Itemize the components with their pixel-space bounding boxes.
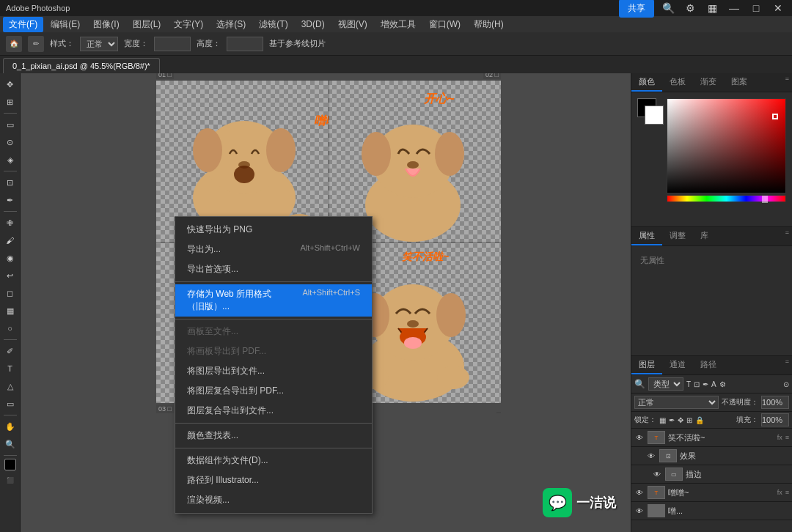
- filter-icon-3[interactable]: ✒: [703, 380, 708, 388]
- background-swatch[interactable]: [645, 106, 664, 125]
- filter-icon-5[interactable]: ⚙: [719, 380, 726, 388]
- color-panel-expand[interactable]: =: [782, 73, 792, 92]
- tab-gradients[interactable]: 渐变: [693, 73, 724, 92]
- layer-eye-icon[interactable]: 👁: [646, 451, 656, 461]
- history-brush-tool[interactable]: ↩: [2, 267, 18, 284]
- pen-icon[interactable]: ✏: [28, 36, 44, 52]
- heal-tool[interactable]: ✙: [2, 215, 18, 231]
- tab-patterns[interactable]: 图案: [724, 73, 755, 92]
- ctx-artboard-file[interactable]: 画板至文件...: [175, 322, 372, 341]
- ctx-layers-file[interactable]: 将图层导出到文件...: [175, 361, 372, 381]
- menu-text[interactable]: 文字(Y): [168, 17, 209, 32]
- filter-icon-1[interactable]: T: [686, 380, 691, 388]
- menu-3d[interactable]: 3D(D): [296, 18, 331, 31]
- style-select[interactable]: 正常: [80, 37, 118, 51]
- layer-eye-icon[interactable]: 👁: [634, 432, 645, 443]
- type-tool[interactable]: T: [2, 361, 18, 377]
- layer-item[interactable]: 👁 T 噌噌~ fx ≡: [631, 484, 792, 502]
- menu-select[interactable]: 选择(S): [210, 17, 252, 32]
- lock-transparent[interactable]: ▦: [659, 416, 666, 424]
- ctx-export-png[interactable]: 快速导出为 PNG: [175, 220, 372, 240]
- lock-image[interactable]: ✒: [669, 416, 675, 424]
- layer-item[interactable]: 👁 噌...: [631, 502, 792, 520]
- ctx-render-video[interactable]: 渲染视频...: [175, 490, 372, 510]
- layer-item[interactable]: 👁 ▭ 描边: [631, 465, 792, 484]
- search-icon[interactable]: 🔍: [660, 0, 676, 16]
- artboard-tool[interactable]: ⊞: [2, 94, 18, 110]
- tab-properties[interactable]: 属性: [631, 227, 662, 245]
- menu-filter[interactable]: 滤镜(T): [253, 17, 293, 32]
- hue-slider[interactable]: [667, 195, 786, 202]
- menu-view[interactable]: 视图(V): [332, 17, 373, 32]
- tab-adjustments[interactable]: 调整: [662, 227, 693, 245]
- ctx-export-as[interactable]: 导出为... Alt+Shift+Ctrl+W: [175, 240, 372, 259]
- brush-tool[interactable]: 🖌: [2, 232, 18, 248]
- filter-icon-2[interactable]: ⊡: [694, 380, 700, 388]
- lock-all[interactable]: 🔒: [695, 416, 704, 424]
- ctx-comps-file[interactable]: 图层复合导出到文件...: [175, 401, 372, 421]
- menu-window[interactable]: 窗口(W): [423, 17, 466, 32]
- ctx-color-lookup[interactable]: 颜色查找表...: [175, 426, 372, 446]
- clone-tool[interactable]: ◉: [2, 250, 18, 266]
- move-tool[interactable]: ✥: [2, 76, 18, 92]
- layer-eye-icon[interactable]: 👁: [634, 506, 645, 516]
- path-tool[interactable]: △: [2, 378, 18, 394]
- shape-tool[interactable]: ▭: [2, 396, 18, 412]
- menu-image[interactable]: 图像(I): [87, 17, 125, 32]
- tab-swatches[interactable]: 色板: [662, 73, 693, 92]
- layers-type-filter[interactable]: 类型: [648, 377, 683, 391]
- menu-help[interactable]: 帮助(H): [468, 17, 510, 32]
- pen-tool[interactable]: ✐: [2, 343, 18, 359]
- panel-icon[interactable]: ▦: [704, 0, 720, 16]
- fill-input[interactable]: [761, 413, 789, 426]
- filter-toggle[interactable]: ⊙: [783, 380, 789, 388]
- marquee-tool[interactable]: ▭: [2, 117, 18, 133]
- layers-panel-expand[interactable]: =: [782, 356, 792, 374]
- minimize-button[interactable]: —: [726, 0, 742, 16]
- dodge-tool[interactable]: ○: [2, 320, 18, 336]
- layer-eye-icon[interactable]: 👁: [634, 487, 645, 498]
- ctx-data-sets[interactable]: 数据组作为文件(D)...: [175, 451, 372, 470]
- layer-options[interactable]: ≡: [785, 434, 789, 441]
- tab-layers[interactable]: 图层: [631, 356, 662, 374]
- share-btn[interactable]: 共享: [619, 0, 654, 18]
- filter-icon-4[interactable]: A: [711, 380, 716, 388]
- menu-edit[interactable]: 编辑(E): [45, 17, 86, 32]
- maximize-button[interactable]: □: [748, 0, 764, 16]
- lock-position[interactable]: ✥: [678, 416, 683, 424]
- tab-color[interactable]: 颜色: [631, 73, 662, 92]
- props-panel-expand[interactable]: =: [782, 227, 792, 245]
- hand-tool[interactable]: ✋: [2, 418, 18, 435]
- ctx-path-illustrator[interactable]: 路径到 Illustrator...: [175, 470, 372, 490]
- opacity-input[interactable]: [761, 396, 789, 409]
- layer-item[interactable]: 👁 T 笑不活啦~ fx ≡: [631, 429, 792, 447]
- tab-libraries[interactable]: 库: [693, 227, 716, 245]
- menu-file[interactable]: 文件(F): [3, 17, 43, 32]
- eyedropper-tool[interactable]: ✒: [2, 192, 18, 208]
- settings-icon[interactable]: ⚙: [682, 0, 698, 16]
- lasso-tool[interactable]: ⊙: [2, 134, 18, 150]
- tab-paths[interactable]: 路径: [693, 356, 724, 374]
- ctx-export-prefs[interactable]: 导出首选项...: [175, 259, 372, 279]
- layer-options[interactable]: ≡: [785, 489, 789, 496]
- eraser-tool[interactable]: ◻: [2, 285, 18, 301]
- close-button[interactable]: ✕: [770, 0, 786, 16]
- canvas-area[interactable]: 01 □ 02 □ 03 □: [21, 73, 631, 532]
- layer-item[interactable]: 👁 ⊡ 效果: [631, 447, 792, 465]
- object-select-tool[interactable]: ◈: [2, 152, 18, 168]
- blend-mode-select[interactable]: 正常: [634, 396, 719, 409]
- document-tab[interactable]: 0_1_pixian_ai.psd @ 45.5%(RGB/8#)*: [3, 58, 160, 73]
- home-icon[interactable]: 🏠: [6, 36, 22, 52]
- mode-btn[interactable]: ⬛: [2, 472, 18, 488]
- ctx-layers-comps-pdf[interactable]: 将图层复合导出到 PDF...: [175, 381, 372, 401]
- lock-artboard[interactable]: ⊞: [686, 416, 692, 424]
- layer-eye-icon[interactable]: 👁: [652, 469, 662, 479]
- menu-layer[interactable]: 图层(L): [127, 17, 167, 32]
- menu-plugins[interactable]: 增效工具: [375, 17, 422, 32]
- width-input[interactable]: [154, 37, 191, 51]
- foreground-color[interactable]: [4, 459, 16, 470]
- zoom-tool[interactable]: 🔍: [2, 436, 18, 452]
- ctx-artboard-pdf[interactable]: 将画板导出到 PDF...: [175, 341, 372, 361]
- gradient-tool[interactable]: ▦: [2, 303, 18, 319]
- crop-tool[interactable]: ⊡: [2, 174, 18, 191]
